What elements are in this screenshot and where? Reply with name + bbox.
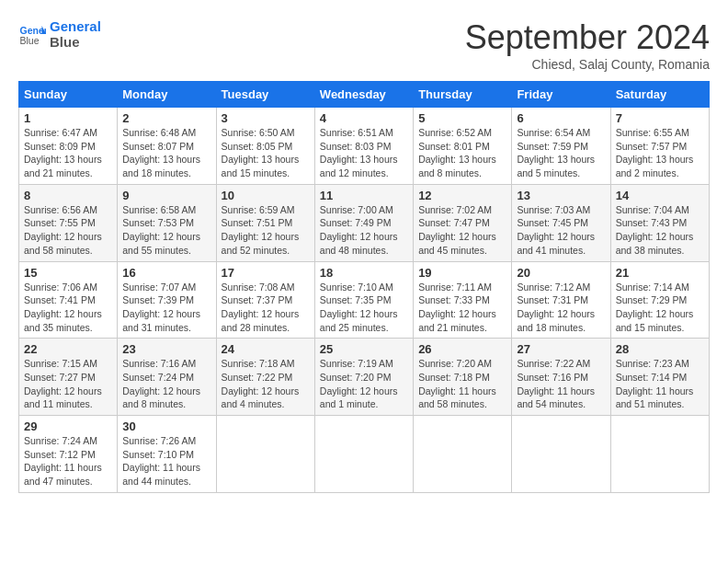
sunset-label: Sunset: 8:09 PM xyxy=(24,141,96,152)
table-row xyxy=(414,416,512,493)
daylight-label: Daylight: 12 hours and 35 minutes. xyxy=(24,308,102,333)
sunset-label: Sunset: 7:33 PM xyxy=(418,294,490,305)
sunrise-label: Sunrise: 7:15 AM xyxy=(24,358,97,369)
sunrise-label: Sunrise: 6:59 AM xyxy=(222,204,295,215)
calendar-row: 8 Sunrise: 6:56 AM Sunset: 7:55 PM Dayli… xyxy=(19,184,710,261)
calendar-row: 1 Sunrise: 6:47 AM Sunset: 8:09 PM Dayli… xyxy=(19,108,710,185)
day-number: 1 xyxy=(24,111,112,125)
sunset-label: Sunset: 7:43 PM xyxy=(616,217,688,228)
day-number: 20 xyxy=(517,266,605,280)
col-monday: Monday xyxy=(118,82,216,108)
sunset-label: Sunset: 7:10 PM xyxy=(122,449,194,460)
daylight-label: Daylight: 13 hours and 5 minutes. xyxy=(517,154,595,178)
day-number: 14 xyxy=(616,189,704,202)
day-info: Sunrise: 6:47 AM Sunset: 8:09 PM Dayligh… xyxy=(24,126,112,180)
sunrise-label: Sunrise: 7:16 AM xyxy=(122,358,196,369)
sunset-label: Sunset: 7:39 PM xyxy=(122,294,194,305)
calendar-table: Sunday Monday Tuesday Wednesday Thursday… xyxy=(18,81,710,493)
title-block: September 2024 Chiesd, Salaj County, Rom… xyxy=(465,18,710,72)
sunset-label: Sunset: 8:07 PM xyxy=(122,141,194,152)
table-row xyxy=(314,416,413,493)
daylight-label: Daylight: 12 hours and 48 minutes. xyxy=(320,231,398,256)
day-number: 8 xyxy=(24,189,112,202)
table-row: 21 Sunrise: 7:14 AM Sunset: 7:29 PM Dayl… xyxy=(610,261,709,339)
sunrise-label: Sunrise: 7:14 AM xyxy=(616,282,689,293)
calendar-row: 29 Sunrise: 7:24 AM Sunset: 7:12 PM Dayl… xyxy=(19,416,710,493)
table-row: 29 Sunrise: 7:24 AM Sunset: 7:12 PM Dayl… xyxy=(19,416,118,493)
day-info: Sunrise: 7:04 AM Sunset: 7:43 PM Dayligh… xyxy=(616,203,704,258)
sunrise-label: Sunrise: 6:51 AM xyxy=(320,127,393,138)
table-row: 5 Sunrise: 6:52 AM Sunset: 8:01 PM Dayli… xyxy=(414,108,512,185)
month-title: September 2024 xyxy=(465,18,710,57)
col-tuesday: Tuesday xyxy=(216,82,314,108)
sunset-label: Sunset: 7:49 PM xyxy=(320,217,392,228)
sunset-label: Sunset: 7:51 PM xyxy=(222,217,293,228)
calendar-row: 22 Sunrise: 7:15 AM Sunset: 7:27 PM Dayl… xyxy=(19,339,710,416)
sunrise-label: Sunrise: 7:18 AM xyxy=(222,358,295,369)
day-info: Sunrise: 7:07 AM Sunset: 7:39 PM Dayligh… xyxy=(122,281,210,335)
daylight-label: Daylight: 12 hours and 28 minutes. xyxy=(222,308,300,333)
sunrise-label: Sunrise: 7:07 AM xyxy=(122,282,196,293)
day-number: 17 xyxy=(222,266,310,280)
day-number: 23 xyxy=(122,342,210,356)
day-info: Sunrise: 7:16 AM Sunset: 7:24 PM Dayligh… xyxy=(122,357,210,411)
logo: General Blue General Blue xyxy=(18,18,101,50)
daylight-label: Daylight: 13 hours and 21 minutes. xyxy=(24,154,102,178)
sunrise-label: Sunrise: 6:47 AM xyxy=(24,127,97,138)
table-row: 2 Sunrise: 6:48 AM Sunset: 8:07 PM Dayli… xyxy=(118,108,216,185)
logo-icon: General Blue xyxy=(18,20,46,48)
logo-blue: Blue xyxy=(50,34,101,50)
table-row: 12 Sunrise: 7:02 AM Sunset: 7:47 PM Dayl… xyxy=(414,184,512,261)
sunset-label: Sunset: 7:20 PM xyxy=(320,372,392,383)
day-number: 5 xyxy=(418,111,506,125)
day-info: Sunrise: 7:20 AM Sunset: 7:18 PM Dayligh… xyxy=(418,357,506,411)
sunrise-label: Sunrise: 6:48 AM xyxy=(122,127,196,138)
day-number: 6 xyxy=(517,111,605,125)
sunrise-label: Sunrise: 6:56 AM xyxy=(24,204,97,215)
day-number: 3 xyxy=(222,111,310,125)
table-row: 3 Sunrise: 6:50 AM Sunset: 8:05 PM Dayli… xyxy=(216,108,314,185)
daylight-label: Daylight: 12 hours and 31 minutes. xyxy=(122,308,200,333)
sunset-label: Sunset: 7:14 PM xyxy=(616,372,688,383)
table-row: 14 Sunrise: 7:04 AM Sunset: 7:43 PM Dayl… xyxy=(610,184,709,261)
day-number: 16 xyxy=(122,266,210,280)
table-row: 26 Sunrise: 7:20 AM Sunset: 7:18 PM Dayl… xyxy=(414,339,512,416)
day-number: 27 xyxy=(517,342,605,356)
location: Chiesd, Salaj County, Romania xyxy=(465,57,710,72)
day-info: Sunrise: 7:18 AM Sunset: 7:22 PM Dayligh… xyxy=(222,357,310,411)
daylight-label: Daylight: 12 hours and 4 minutes. xyxy=(222,385,300,410)
daylight-label: Daylight: 12 hours and 25 minutes. xyxy=(320,308,398,333)
table-row: 7 Sunrise: 6:55 AM Sunset: 7:57 PM Dayli… xyxy=(610,108,709,185)
sunset-label: Sunset: 7:53 PM xyxy=(122,217,194,228)
table-row: 4 Sunrise: 6:51 AM Sunset: 8:03 PM Dayli… xyxy=(314,108,413,185)
page-header: General Blue General Blue September 2024… xyxy=(18,18,710,72)
day-number: 22 xyxy=(24,342,112,356)
day-info: Sunrise: 7:12 AM Sunset: 7:31 PM Dayligh… xyxy=(517,281,605,335)
day-number: 30 xyxy=(122,419,210,433)
daylight-label: Daylight: 12 hours and 15 minutes. xyxy=(616,308,694,333)
sunrise-label: Sunrise: 7:10 AM xyxy=(320,282,393,293)
sunset-label: Sunset: 8:01 PM xyxy=(418,141,490,152)
sunrise-label: Sunrise: 6:54 AM xyxy=(517,127,590,138)
daylight-label: Daylight: 12 hours and 55 minutes. xyxy=(122,231,200,256)
sunrise-label: Sunrise: 7:03 AM xyxy=(517,204,590,215)
day-number: 29 xyxy=(24,419,112,433)
table-row: 30 Sunrise: 7:26 AM Sunset: 7:10 PM Dayl… xyxy=(118,416,216,493)
day-info: Sunrise: 7:02 AM Sunset: 7:47 PM Dayligh… xyxy=(418,203,506,258)
sunrise-label: Sunrise: 7:06 AM xyxy=(24,282,97,293)
daylight-label: Daylight: 12 hours and 45 minutes. xyxy=(418,231,496,256)
day-info: Sunrise: 7:14 AM Sunset: 7:29 PM Dayligh… xyxy=(616,281,704,335)
col-friday: Friday xyxy=(512,82,610,108)
table-row: 10 Sunrise: 6:59 AM Sunset: 7:51 PM Dayl… xyxy=(216,184,314,261)
day-info: Sunrise: 7:15 AM Sunset: 7:27 PM Dayligh… xyxy=(24,357,112,411)
table-row: 15 Sunrise: 7:06 AM Sunset: 7:41 PM Dayl… xyxy=(19,261,118,339)
table-row xyxy=(216,416,314,493)
sunrise-label: Sunrise: 6:52 AM xyxy=(418,127,492,138)
day-number: 10 xyxy=(222,189,310,202)
table-row: 8 Sunrise: 6:56 AM Sunset: 7:55 PM Dayli… xyxy=(19,184,118,261)
daylight-label: Daylight: 11 hours and 54 minutes. xyxy=(517,385,595,410)
day-info: Sunrise: 7:00 AM Sunset: 7:49 PM Dayligh… xyxy=(320,203,408,258)
day-number: 15 xyxy=(24,266,112,280)
col-thursday: Thursday xyxy=(414,82,512,108)
sunset-label: Sunset: 7:31 PM xyxy=(517,294,588,305)
